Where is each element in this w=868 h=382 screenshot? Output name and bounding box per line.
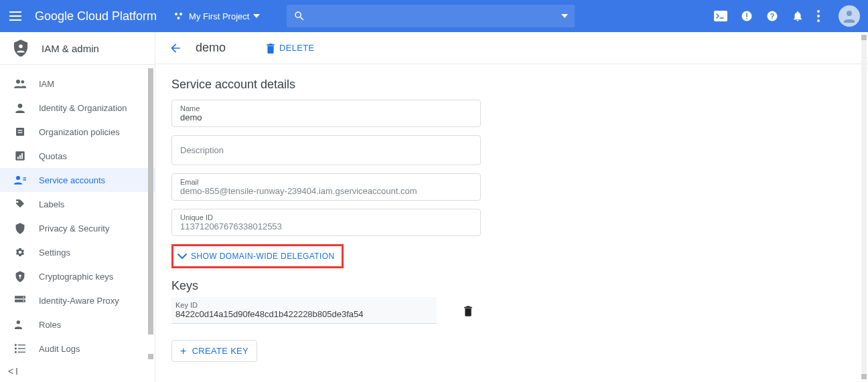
chevron-down-icon bbox=[253, 14, 260, 18]
svg-rect-19 bbox=[18, 132, 23, 133]
svg-point-14 bbox=[16, 80, 20, 84]
search-icon bbox=[293, 10, 305, 22]
alert-icon[interactable] bbox=[741, 10, 753, 22]
sidebar-scrollbar[interactable] bbox=[145, 66, 155, 362]
project-picker[interactable]: My First Project bbox=[173, 10, 260, 22]
svg-point-0 bbox=[175, 13, 177, 15]
create-key-button[interactable]: + CREATE KEY bbox=[171, 340, 257, 362]
description-placeholder: Description bbox=[180, 145, 472, 155]
back-arrow-icon[interactable] bbox=[169, 41, 182, 55]
sidebar-item-settings[interactable]: Settings bbox=[0, 240, 155, 264]
sidebar-item-org-policies[interactable]: Organization policies bbox=[0, 120, 155, 144]
roles-icon bbox=[13, 318, 27, 331]
sidebar-item-crypto-keys[interactable]: Cryptographic keys bbox=[0, 264, 155, 288]
sidebar-item-iap[interactable]: Identity-Aware Proxy bbox=[0, 288, 155, 312]
svg-point-1 bbox=[179, 13, 182, 15]
nav-label: Labels bbox=[39, 199, 64, 209]
sidebar-item-service-accounts[interactable]: Service accounts bbox=[0, 168, 155, 192]
proxy-icon bbox=[13, 294, 27, 307]
sidebar-item-quotas[interactable]: Quotas bbox=[0, 144, 155, 168]
main-scrollbar[interactable] bbox=[859, 32, 868, 382]
svg-rect-39 bbox=[18, 352, 25, 353]
svg-point-32 bbox=[17, 320, 20, 324]
sidebar-item-labels[interactable]: Labels bbox=[0, 192, 155, 216]
service-account-icon bbox=[13, 173, 27, 187]
person-icon bbox=[13, 101, 27, 114]
svg-rect-23 bbox=[21, 153, 23, 159]
svg-rect-5 bbox=[746, 13, 747, 17]
page-header: demo DELETE bbox=[155, 32, 868, 64]
svg-rect-36 bbox=[15, 348, 17, 350]
sidebar-header: IAM & admin bbox=[0, 32, 155, 64]
policy-icon bbox=[13, 125, 27, 138]
svg-point-9 bbox=[817, 10, 820, 13]
svg-rect-18 bbox=[18, 130, 23, 130]
svg-rect-34 bbox=[15, 344, 17, 346]
name-field[interactable]: Name demo bbox=[171, 100, 481, 127]
svg-point-31 bbox=[23, 300, 24, 302]
create-key-label: CREATE KEY bbox=[192, 346, 248, 356]
main-content: demo DELETE Service account details Name… bbox=[155, 32, 868, 382]
unique-id-label: Unique ID bbox=[180, 213, 472, 221]
chevron-down-icon bbox=[177, 253, 187, 260]
svg-point-24 bbox=[16, 176, 20, 180]
nav-label: IAM bbox=[39, 79, 54, 89]
tag-icon bbox=[13, 197, 27, 211]
svg-rect-27 bbox=[19, 276, 20, 279]
sidebar-collapse-button[interactable]: < I bbox=[8, 366, 18, 377]
key-id-value: 8422c0d14a15d90fe48cd1b422228b805de3fa54 bbox=[175, 309, 435, 319]
svg-rect-33 bbox=[15, 328, 22, 329]
project-name: My First Project bbox=[189, 11, 249, 21]
sidebar-title: IAM & admin bbox=[42, 43, 99, 54]
page-title: demo bbox=[196, 41, 226, 55]
sidebar: IAM & admin IAM Identity & Organization … bbox=[0, 32, 155, 382]
show-domain-wide-delegation-button[interactable]: SHOW DOMAIN-WIDE DELEGATION bbox=[173, 246, 342, 266]
svg-text:?: ? bbox=[770, 12, 774, 20]
sidebar-item-audit-logs[interactable]: Audit Logs bbox=[0, 337, 155, 361]
top-header: Google Cloud Platform My First Project ? bbox=[0, 0, 868, 32]
svg-point-30 bbox=[23, 296, 24, 298]
svg-point-11 bbox=[817, 19, 820, 22]
email-label: Email bbox=[180, 178, 472, 186]
project-icon bbox=[173, 10, 185, 22]
email-value: demo-855@tensile-runway-239404.iam.gserv… bbox=[180, 186, 472, 196]
account-avatar[interactable] bbox=[839, 5, 860, 27]
quota-icon bbox=[13, 149, 27, 163]
nav-label: Identity & Organization bbox=[39, 103, 127, 113]
expand-label: SHOW DOMAIN-WIDE DELEGATION bbox=[191, 252, 335, 261]
key-id-label: Key ID bbox=[175, 301, 435, 309]
header-actions: ? bbox=[714, 5, 860, 27]
delete-key-button[interactable] bbox=[463, 305, 473, 316]
nav-label: Settings bbox=[39, 248, 70, 258]
search-input[interactable] bbox=[287, 5, 575, 27]
name-label: Name bbox=[180, 104, 472, 112]
nav-label: Service accounts bbox=[39, 175, 105, 185]
trash-icon bbox=[266, 43, 275, 54]
more-vert-icon[interactable] bbox=[817, 10, 820, 22]
sidebar-item-identity[interactable]: Identity & Organization bbox=[0, 96, 155, 120]
description-field[interactable]: Description bbox=[171, 135, 481, 165]
help-icon[interactable]: ? bbox=[766, 10, 778, 22]
hamburger-menu-icon[interactable] bbox=[9, 8, 25, 24]
svg-point-25 bbox=[17, 201, 19, 203]
brand-logo-text: Google Cloud Platform bbox=[35, 9, 157, 23]
cloud-shell-icon[interactable] bbox=[714, 11, 727, 21]
annotation-highlight: SHOW DOMAIN-WIDE DELEGATION bbox=[171, 244, 344, 268]
notifications-icon[interactable] bbox=[792, 9, 804, 23]
chevron-down-icon bbox=[561, 14, 568, 18]
svg-point-16 bbox=[18, 104, 23, 108]
delete-button[interactable]: DELETE bbox=[266, 43, 314, 54]
sidebar-item-privacy[interactable]: Privacy & Security bbox=[0, 216, 155, 240]
svg-point-12 bbox=[847, 11, 852, 16]
svg-rect-21 bbox=[17, 157, 19, 159]
iam-admin-icon bbox=[13, 39, 28, 57]
sidebar-item-roles[interactable]: Roles bbox=[0, 312, 155, 337]
key-id-field: Key ID 8422c0d14a15d90fe48cd1b422228b805… bbox=[171, 297, 437, 324]
list-icon bbox=[13, 342, 27, 355]
svg-rect-6 bbox=[746, 18, 747, 19]
section-heading-details: Service account details bbox=[171, 78, 852, 92]
sidebar-item-iam[interactable]: IAM bbox=[0, 72, 155, 96]
svg-rect-17 bbox=[16, 128, 24, 136]
nav-label: Quotas bbox=[39, 151, 67, 161]
gear-icon bbox=[13, 246, 27, 259]
